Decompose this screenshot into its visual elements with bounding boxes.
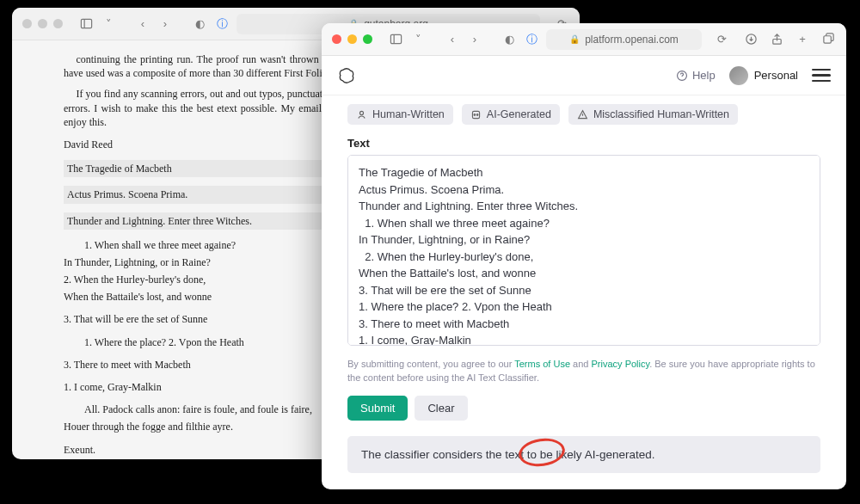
browser-window-openai: ˅ ‹ › ◐ ⓘ 🔒 platform.openai.com ⟳ + [322, 23, 846, 489]
privacy-link[interactable]: Privacy Policy [592, 359, 650, 369]
sidebar-icon[interactable] [388, 32, 403, 47]
clear-button[interactable]: Clear [415, 396, 467, 421]
help-link[interactable]: Help [676, 69, 716, 82]
menu-icon[interactable] [812, 69, 831, 83]
zoom-icon[interactable] [363, 34, 372, 44]
chip-label: AI-Generated [487, 108, 551, 120]
openai-logo[interactable] [337, 66, 356, 85]
account-label: Personal [754, 69, 798, 82]
share-icon[interactable] [769, 32, 784, 47]
minimize-icon[interactable] [347, 34, 357, 44]
traffic-lights-inactive [22, 19, 63, 28]
result-suffix: AI-generated. [582, 448, 655, 461]
close-icon[interactable] [332, 34, 341, 44]
submit-button[interactable]: Submit [347, 396, 408, 421]
chevron-down-icon[interactable]: ˅ [410, 32, 426, 47]
download-icon[interactable] [743, 32, 759, 47]
forward-icon[interactable]: › [467, 32, 482, 47]
svg-point-10 [474, 114, 476, 115]
plus-icon[interactable]: + [795, 32, 810, 47]
account-selector[interactable]: Personal [729, 66, 798, 85]
example-chips: Human-Written AI-Generated Misclassified… [347, 104, 820, 125]
result-verdict: likely [556, 448, 582, 461]
help-label: Help [692, 69, 716, 82]
result-prefix: The classifier considers the text to be [361, 448, 556, 461]
text-label: Text [347, 137, 820, 150]
consent-prefix: By submitting content, you agree to our [347, 359, 514, 369]
classifier-result: The classifier considers the text to be … [347, 436, 820, 473]
traffic-lights[interactable] [332, 34, 372, 44]
shield-icon[interactable]: ◐ [192, 16, 207, 32]
forward-icon[interactable]: › [157, 16, 173, 32]
privacy-icon[interactable]: ⓘ [214, 16, 230, 32]
svg-point-8 [359, 111, 363, 114]
url-text: platform.openai.com [585, 34, 679, 46]
address-bar-front[interactable]: 🔒 platform.openai.com [546, 29, 702, 50]
shield-icon[interactable]: ◐ [501, 32, 517, 47]
svg-point-11 [476, 114, 478, 115]
chip-misclassified[interactable]: Misclassified Human-Written [568, 104, 738, 125]
sidebar-icon[interactable] [78, 16, 94, 32]
svg-rect-6 [823, 36, 830, 43]
svg-rect-0 [81, 19, 91, 28]
classifier-text-input[interactable] [347, 155, 820, 346]
chip-human-written[interactable]: Human-Written [347, 104, 453, 125]
chip-ai-generated[interactable]: AI-Generated [462, 104, 560, 125]
avatar [729, 66, 748, 85]
lock-icon: 🔒 [569, 34, 580, 44]
chip-label: Misclassified Human-Written [593, 108, 729, 120]
svg-rect-2 [390, 34, 401, 43]
privacy-icon[interactable]: ⓘ [524, 32, 539, 47]
consent-and: and [570, 359, 591, 369]
terms-link[interactable]: Terms of Use [514, 359, 570, 369]
reload-icon[interactable]: ⟳ [714, 32, 729, 47]
tabs-icon[interactable] [820, 32, 836, 47]
consent-text: By submitting content, you agree to our … [347, 358, 820, 385]
app-header: Help Personal [322, 56, 846, 95]
titlebar-front: ˅ ‹ › ◐ ⓘ 🔒 platform.openai.com ⟳ + [322, 23, 846, 56]
chevron-down-icon[interactable]: ˅ [101, 16, 116, 32]
back-icon[interactable]: ‹ [135, 16, 150, 32]
back-icon[interactable]: ‹ [445, 32, 460, 47]
chip-label: Human-Written [372, 108, 445, 120]
